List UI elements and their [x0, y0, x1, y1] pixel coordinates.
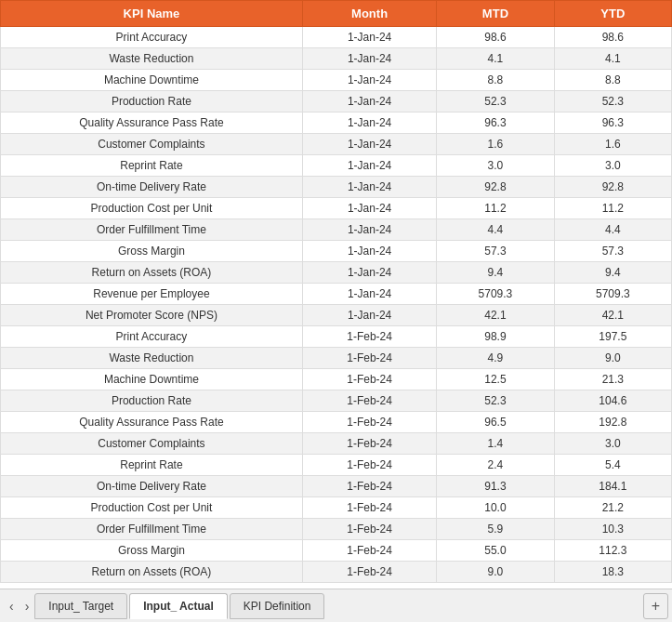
table-row: Machine Downtime1-Feb-2412.521.3 — [1, 369, 672, 390]
cell-mtd: 9.4 — [437, 262, 554, 284]
cell-ytd: 4.1 — [554, 48, 671, 70]
cell-ytd: 184.1 — [554, 476, 671, 497]
cell-kpi-name: On-time Delivery Rate — [1, 476, 303, 497]
cell-ytd: 1.6 — [554, 134, 671, 155]
cell-ytd: 9.0 — [554, 348, 671, 369]
cell-month: 1-Feb-24 — [302, 562, 436, 583]
cell-mtd: 2.4 — [437, 455, 554, 476]
cell-kpi-name: Production Rate — [1, 91, 303, 112]
cell-month: 1-Feb-24 — [302, 519, 436, 540]
cell-kpi-name: Gross Margin — [1, 540, 303, 562]
cell-kpi-name: Return on Assets (ROA) — [1, 262, 303, 284]
cell-mtd: 52.3 — [437, 390, 554, 412]
kpi-table: KPI Name Month MTD YTD Print Accuracy1-J… — [0, 0, 672, 583]
cell-kpi-name: Reprint Rate — [1, 155, 303, 177]
tab-bar: ‹ › Input_ TargetInput_ ActualKPI Defini… — [0, 589, 672, 622]
cell-month: 1-Jan-24 — [302, 112, 436, 134]
data-table-container: KPI Name Month MTD YTD Print Accuracy1-J… — [0, 0, 672, 589]
table-row: Machine Downtime1-Jan-248.88.8 — [1, 70, 672, 91]
cell-ytd: 10.3 — [554, 519, 671, 540]
cell-mtd: 4.4 — [437, 219, 554, 241]
cell-kpi-name: Gross Margin — [1, 241, 303, 262]
tab-input-actual[interactable]: Input_ Actual — [129, 593, 228, 619]
cell-ytd: 5.4 — [554, 455, 671, 476]
cell-mtd: 5.9 — [437, 519, 554, 540]
cell-month: 1-Jan-24 — [302, 262, 436, 284]
table-row: Reprint Rate1-Jan-243.03.0 — [1, 155, 672, 177]
cell-mtd: 96.5 — [437, 412, 554, 433]
table-row: Order Fulfillment Time1-Feb-245.910.3 — [1, 519, 672, 540]
tab-next-arrow[interactable]: › — [20, 595, 35, 617]
cell-kpi-name: Revenue per Employee — [1, 284, 303, 305]
cell-mtd: 1.6 — [437, 134, 554, 155]
tab-kpi-definition[interactable]: KPI Definition — [230, 593, 325, 619]
table-row: Production Cost per Unit1-Jan-2411.211.2 — [1, 198, 672, 219]
cell-kpi-name: Reprint Rate — [1, 455, 303, 476]
cell-ytd: 21.3 — [554, 369, 671, 390]
table-row: Production Rate1-Jan-2452.352.3 — [1, 91, 672, 112]
table-header-row: KPI Name Month MTD YTD — [1, 1, 672, 27]
cell-mtd: 52.3 — [437, 91, 554, 112]
cell-month: 1-Jan-24 — [302, 177, 436, 198]
cell-kpi-name: Print Accuracy — [1, 27, 303, 48]
cell-month: 1-Feb-24 — [302, 497, 436, 519]
cell-kpi-name: Order Fulfillment Time — [1, 519, 303, 540]
cell-mtd: 4.9 — [437, 348, 554, 369]
cell-mtd: 10.0 — [437, 497, 554, 519]
cell-mtd: 12.5 — [437, 369, 554, 390]
table-row: Production Cost per Unit1-Feb-2410.021.2 — [1, 497, 672, 519]
cell-month: 1-Feb-24 — [302, 455, 436, 476]
cell-ytd: 52.3 — [554, 91, 671, 112]
cell-kpi-name: Return on Assets (ROA) — [1, 562, 303, 583]
cell-mtd: 4.1 — [437, 48, 554, 70]
cell-mtd: 3.0 — [437, 155, 554, 177]
cell-kpi-name: Machine Downtime — [1, 70, 303, 91]
cell-mtd: 98.9 — [437, 326, 554, 348]
cell-mtd: 96.3 — [437, 112, 554, 134]
cell-ytd: 9.4 — [554, 262, 671, 284]
cell-month: 1-Feb-24 — [302, 326, 436, 348]
tab-input-target[interactable]: Input_ Target — [34, 593, 127, 619]
table-row: Customer Complaints1-Jan-241.61.6 — [1, 134, 672, 155]
cell-month: 1-Feb-24 — [302, 390, 436, 412]
add-tab-button[interactable]: + — [643, 593, 668, 619]
cell-mtd: 5709.3 — [437, 284, 554, 305]
table-row: Net Promoter Score (NPS)1-Jan-2442.142.1 — [1, 305, 672, 326]
cell-ytd: 98.6 — [554, 27, 671, 48]
table-row: Revenue per Employee1-Jan-245709.35709.3 — [1, 284, 672, 305]
header-mtd: MTD — [437, 1, 554, 27]
cell-kpi-name: On-time Delivery Rate — [1, 177, 303, 198]
cell-kpi-name: Waste Reduction — [1, 48, 303, 70]
table-row: Return on Assets (ROA)1-Jan-249.49.4 — [1, 262, 672, 284]
cell-month: 1-Feb-24 — [302, 348, 436, 369]
cell-mtd: 92.8 — [437, 177, 554, 198]
cell-ytd: 96.3 — [554, 112, 671, 134]
table-row: Quality Assurance Pass Rate1-Jan-2496.39… — [1, 112, 672, 134]
cell-kpi-name: Print Accuracy — [1, 326, 303, 348]
cell-ytd: 11.2 — [554, 198, 671, 219]
cell-kpi-name: Customer Complaints — [1, 134, 303, 155]
tab-nav: Input_ TargetInput_ ActualKPI Definition — [34, 593, 639, 619]
table-row: On-time Delivery Rate1-Jan-2492.892.8 — [1, 177, 672, 198]
header-month: Month — [302, 1, 436, 27]
cell-kpi-name: Quality Assurance Pass Rate — [1, 112, 303, 134]
table-row: Gross Margin1-Jan-2457.357.3 — [1, 241, 672, 262]
header-kpi-name: KPI Name — [1, 1, 303, 27]
cell-month: 1-Jan-24 — [302, 219, 436, 241]
cell-ytd: 3.0 — [554, 433, 671, 455]
cell-month: 1-Feb-24 — [302, 412, 436, 433]
cell-kpi-name: Production Cost per Unit — [1, 198, 303, 219]
tab-prev-arrow[interactable]: ‹ — [4, 595, 20, 617]
cell-ytd: 8.8 — [554, 70, 671, 91]
table-row: Customer Complaints1-Feb-241.43.0 — [1, 433, 672, 455]
cell-kpi-name: Quality Assurance Pass Rate — [1, 412, 303, 433]
cell-month: 1-Feb-24 — [302, 433, 436, 455]
cell-month: 1-Jan-24 — [302, 91, 436, 112]
cell-mtd: 91.3 — [437, 476, 554, 497]
table-row: Order Fulfillment Time1-Jan-244.44.4 — [1, 219, 672, 241]
cell-mtd: 55.0 — [437, 540, 554, 562]
table-row: Print Accuracy1-Jan-2498.698.6 — [1, 27, 672, 48]
table-row: Waste Reduction1-Feb-244.99.0 — [1, 348, 672, 369]
table-row: Reprint Rate1-Feb-242.45.4 — [1, 455, 672, 476]
cell-month: 1-Jan-24 — [302, 198, 436, 219]
